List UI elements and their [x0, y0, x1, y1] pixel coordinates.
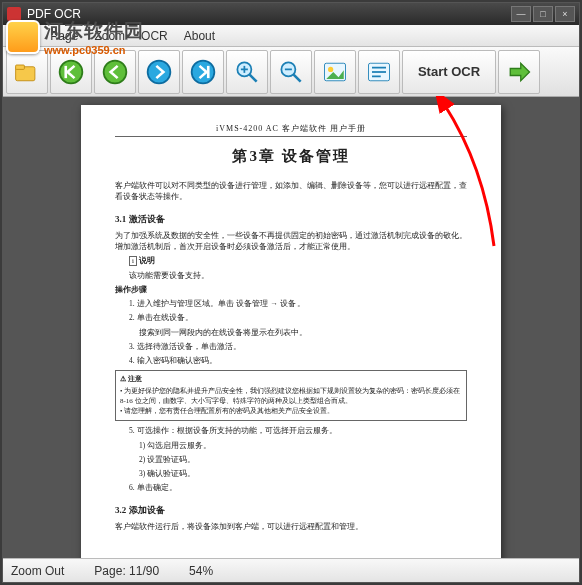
warning-text-1: • 为更好保护您的隐私并提升产品安全性，我们强烈建议您根据如下规则设置较为复杂的… — [120, 387, 462, 407]
image-mode-button[interactable] — [314, 50, 356, 94]
status-state: Zoom Out — [11, 564, 64, 578]
menu-about[interactable]: About — [176, 29, 223, 43]
maximize-button[interactable]: □ — [533, 6, 553, 22]
svg-point-16 — [328, 66, 333, 71]
svg-point-4 — [104, 60, 127, 83]
status-zoom: 54% — [189, 564, 213, 578]
first-page-button[interactable] — [50, 50, 92, 94]
note-body: 该功能需要设备支持。 — [129, 270, 467, 281]
svg-rect-1 — [16, 65, 25, 69]
step-5: 5. 可选操作：根据设备所支持的功能，可选择开启云服务。 — [129, 425, 467, 436]
step-4: 4. 输入密码和确认密码。 — [129, 355, 467, 366]
text-mode-button[interactable] — [358, 50, 400, 94]
section-32-title: 3.2 添加设备 — [115, 504, 467, 517]
svg-point-5 — [148, 60, 171, 83]
window-title: PDF OCR — [27, 7, 81, 21]
menu-file[interactable]: File — [7, 29, 42, 43]
document-viewport[interactable]: iVMS-4200 AC 客户端软件 用户手册 第3章 设备管理 客户端软件可以… — [3, 97, 579, 558]
close-button[interactable]: × — [555, 6, 575, 22]
step-3: 3. 选择待激活设备，单击激活。 — [129, 341, 467, 352]
menu-zoom[interactable]: Zoom — [86, 29, 133, 43]
note-title: 说明 — [139, 256, 155, 265]
chapter-title: 第3章 设备管理 — [115, 147, 467, 166]
warning-title: 注意 — [128, 375, 142, 385]
open-button[interactable] — [6, 50, 48, 94]
warning-text-2: • 请您理解，您有责任合理配置所有的密码及其他相关产品安全设置。 — [120, 407, 462, 417]
step-5-1: 1) 勾选启用云服务。 — [139, 440, 467, 451]
status-page: Page: 11/90 — [94, 564, 159, 578]
doc-header: iVMS-4200 AC 客户端软件 用户手册 — [115, 123, 467, 137]
next-page-button[interactable] — [138, 50, 180, 94]
step-2-note: 搜索到同一网段内的在线设备将显示在列表中。 — [139, 327, 467, 338]
step-1: 1. 进入维护与管理 区域。单击 设备管理 → 设备 。 — [129, 298, 467, 309]
warning-box: ⚠注意 • 为更好保护您的隐私并提升产品安全性，我们强烈建议您根据如下规则设置较… — [115, 370, 467, 421]
step-5-2: 2) 设置验证码。 — [139, 454, 467, 465]
section-31-body: 为了加强系统及数据的安全性，一些设备不再提供固定的初始密码，通过激活机制完成设备… — [115, 230, 467, 253]
svg-line-9 — [250, 74, 257, 81]
toolbar: Start OCR — [3, 47, 579, 97]
app-icon — [7, 7, 21, 21]
svg-line-13 — [294, 74, 301, 81]
warning-icon: ⚠ — [120, 375, 126, 385]
minimize-button[interactable]: — — [511, 6, 531, 22]
menu-ocr[interactable]: OCR — [133, 29, 176, 43]
svg-point-2 — [60, 60, 83, 83]
step-5-3: 3) 确认验证码。 — [139, 468, 467, 479]
section-31-title: 3.1 激活设备 — [115, 213, 467, 226]
svg-point-6 — [192, 60, 215, 83]
forward-button[interactable] — [498, 50, 540, 94]
step-2: 2. 单击在线设备。 — [129, 312, 467, 323]
titlebar: PDF OCR — □ × — [3, 3, 579, 25]
prev-page-button[interactable] — [94, 50, 136, 94]
pdf-page: iVMS-4200 AC 客户端软件 用户手册 第3章 设备管理 客户端软件可以… — [81, 105, 501, 558]
zoom-in-button[interactable] — [226, 50, 268, 94]
step-6: 6. 单击确定。 — [129, 482, 467, 493]
note-icon: i — [129, 256, 137, 266]
start-ocr-button[interactable]: Start OCR — [402, 50, 496, 94]
section-32-body: 客户端软件运行后，将设备添加到客户端，可以进行远程配置和管理。 — [115, 521, 467, 532]
last-page-button[interactable] — [182, 50, 224, 94]
menubar: File Page Zoom OCR About — [3, 25, 579, 47]
zoom-out-button[interactable] — [270, 50, 312, 94]
statusbar: Zoom Out Page: 11/90 54% — [3, 558, 579, 582]
menu-page[interactable]: Page — [42, 29, 86, 43]
steps-title: 操作步骤 — [115, 285, 147, 294]
intro-text: 客户端软件可以对不同类型的设备进行管理，如添加、编辑、删除设备等，您可以进行远程… — [115, 180, 467, 203]
